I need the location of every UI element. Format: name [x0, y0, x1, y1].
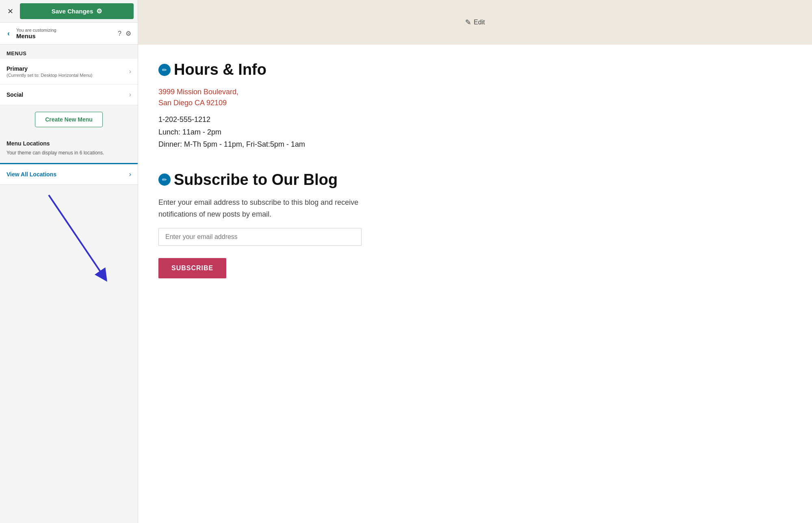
subscribe-description: Enter your email address to subscribe to… [158, 197, 362, 220]
gear-icon: ⚙ [96, 7, 102, 15]
customizing-row: ‹ You are customizing Menus ? ⚙ [0, 23, 138, 45]
left-panel: ✕ Save Changes ⚙ ‹ You are customizing M… [0, 0, 138, 523]
edit-icon: ✎ [465, 18, 471, 27]
edit-link[interactable]: ✎ Edit [465, 18, 485, 27]
primary-menu-title: Primary [6, 65, 93, 72]
subscribe-button[interactable]: SUBSCRIBE [158, 258, 226, 278]
hours-title: Hours & Info [174, 61, 266, 78]
address-line2: San Diego CA 92109 [158, 99, 227, 107]
social-menu-item[interactable]: Social › [0, 85, 138, 105]
beige-header-area: ✎ Edit [138, 0, 812, 45]
hours-icon: ✏ [158, 64, 171, 76]
address-link[interactable]: 3999 Mission Boulevard, San Diego CA 921… [158, 87, 238, 109]
chevron-right-icon: › [129, 68, 131, 75]
customizing-icons: ? ⚙ [118, 30, 131, 37]
view-all-locations-label: View All Locations [6, 171, 56, 178]
primary-menu-item[interactable]: Primary (Currently set to: Desktop Horiz… [0, 59, 138, 85]
subscribe-icon: ✏ [158, 174, 171, 186]
save-changes-button[interactable]: Save Changes ⚙ [20, 3, 134, 19]
subscribe-title: Subscribe to Our Blog [174, 171, 338, 189]
pencil-icon: ✏ [162, 67, 167, 73]
menu-locations-desc: Your theme can display menus in 6 locati… [6, 149, 131, 156]
hours-info-section: ✏ Hours & Info 3999 Mission Boulevard, S… [158, 61, 792, 151]
view-all-locations-chevron-icon: › [129, 171, 131, 178]
right-panel: ✎ Edit ✏ Hours & Info 3999 Mission Boule… [138, 0, 812, 523]
primary-menu-subtitle: (Currently set to: Desktop Horizontal Me… [6, 73, 93, 78]
email-input[interactable] [158, 228, 362, 246]
help-button[interactable]: ? [118, 30, 121, 37]
dinner-hours: Dinner: M-Th 5pm - 11pm, Fri-Sat:5pm - 1… [158, 138, 792, 151]
menus-section-header: Menus [0, 45, 138, 59]
save-changes-label: Save Changes [52, 8, 93, 15]
customizing-title: Menus [16, 33, 56, 39]
social-menu-title: Social [6, 91, 23, 98]
menu-locations-section: Menu Locations Your theme can display me… [0, 134, 138, 160]
customizing-label: You are customizing [16, 28, 56, 33]
customizing-text: You are customizing Menus [16, 28, 56, 39]
subscribe-title-row: ✏ Subscribe to Our Blog [158, 171, 792, 189]
menu-locations-title: Menu Locations [6, 140, 131, 147]
chevron-right-icon: › [129, 91, 131, 98]
svg-line-0 [49, 195, 104, 276]
pencil-icon-2: ✏ [162, 176, 167, 183]
content-area: ✏ Hours & Info 3999 Mission Boulevard, S… [138, 45, 812, 315]
close-button[interactable]: ✕ [4, 5, 17, 17]
edit-label: Edit [474, 19, 485, 26]
hours-title-row: ✏ Hours & Info [158, 61, 792, 78]
settings-button[interactable]: ⚙ [126, 30, 131, 37]
address-line1: 3999 Mission Boulevard, [158, 88, 238, 96]
phone-number: 1-202-555-1212 [158, 113, 792, 126]
create-new-menu-button[interactable]: Create New Menu [35, 112, 103, 127]
subscribe-section: ✏ Subscribe to Our Blog Enter your email… [158, 171, 792, 279]
lunch-hours: Lunch: 11am - 2pm [158, 126, 792, 139]
top-bar: ✕ Save Changes ⚙ [0, 0, 138, 23]
back-button[interactable]: ‹ [5, 28, 12, 39]
view-all-locations-item[interactable]: View All Locations › [0, 163, 138, 185]
